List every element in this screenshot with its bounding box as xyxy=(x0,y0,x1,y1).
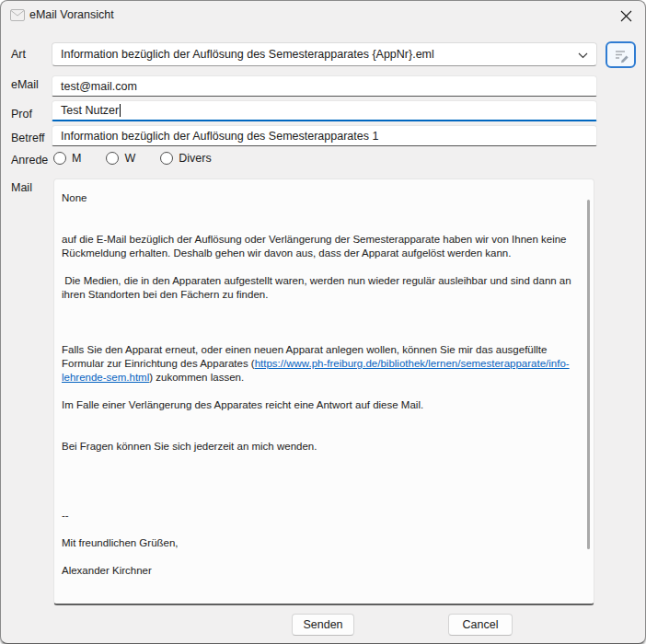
radio-circle-w[interactable] xyxy=(106,152,119,165)
close-icon xyxy=(620,10,632,22)
betreff-label: Betreff xyxy=(11,132,45,144)
radio-option-m[interactable]: M xyxy=(53,152,81,165)
prof-field-value: Test Nutzer xyxy=(61,104,119,117)
radio-circle-divers[interactable] xyxy=(160,152,173,165)
radio-label-m: M xyxy=(72,152,81,165)
email-preview-dialog: eMail Voransicht Art Information bezügli… xyxy=(0,0,646,644)
email-label: eMail xyxy=(11,78,39,91)
mail-body-after-link: ) zukommen lassen. Im Falle einer Verlän… xyxy=(62,372,423,576)
radio-label-divers: Divers xyxy=(179,152,211,165)
anrede-label: Anrede xyxy=(11,154,48,167)
prof-field[interactable]: Test Nutzer xyxy=(52,100,597,121)
radio-label-w: W xyxy=(124,152,135,165)
art-combobox-value: Information bezüglich der Auflösung des … xyxy=(61,48,572,61)
art-label: Art xyxy=(11,48,26,61)
vertical-scrollbar[interactable] xyxy=(587,200,590,549)
radio-option-divers[interactable]: Divers xyxy=(160,152,211,165)
chevron-down-icon xyxy=(578,52,588,59)
cancel-button[interactable]: Cancel xyxy=(448,614,513,636)
mail-body-text: None auf die E-Mail bezüglich der Auflös… xyxy=(54,179,583,602)
title-bar: eMail Voransicht xyxy=(1,1,645,29)
edit-note-icon xyxy=(613,47,629,63)
email-field-value: test@mail.com xyxy=(61,80,137,93)
mail-body-before-link: None auf die E-Mail bezüglich der Auflös… xyxy=(62,192,574,369)
prof-label: Prof xyxy=(11,108,32,121)
close-button[interactable] xyxy=(614,6,638,26)
text-caret xyxy=(120,104,121,117)
email-field[interactable]: test@mail.com xyxy=(52,75,597,97)
send-button[interactable]: Senden xyxy=(292,614,354,636)
radio-circle-m[interactable] xyxy=(53,152,66,165)
edit-template-button[interactable] xyxy=(606,41,636,68)
betreff-field[interactable]: Information bezüglich der Auflösung des … xyxy=(52,125,597,146)
betreff-field-value: Information bezüglich der Auflösung des … xyxy=(61,130,378,143)
radio-option-w[interactable]: W xyxy=(106,152,135,165)
mail-body-box[interactable]: None auf die E-Mail bezüglich der Auflös… xyxy=(53,178,594,605)
mail-label: Mail xyxy=(11,181,32,194)
anrede-radio-group: M W Divers xyxy=(53,152,212,165)
window-title: eMail Voransicht xyxy=(29,8,114,21)
art-combobox[interactable]: Information bezüglich der Auflösung des … xyxy=(52,42,597,66)
envelope-icon xyxy=(10,9,25,21)
